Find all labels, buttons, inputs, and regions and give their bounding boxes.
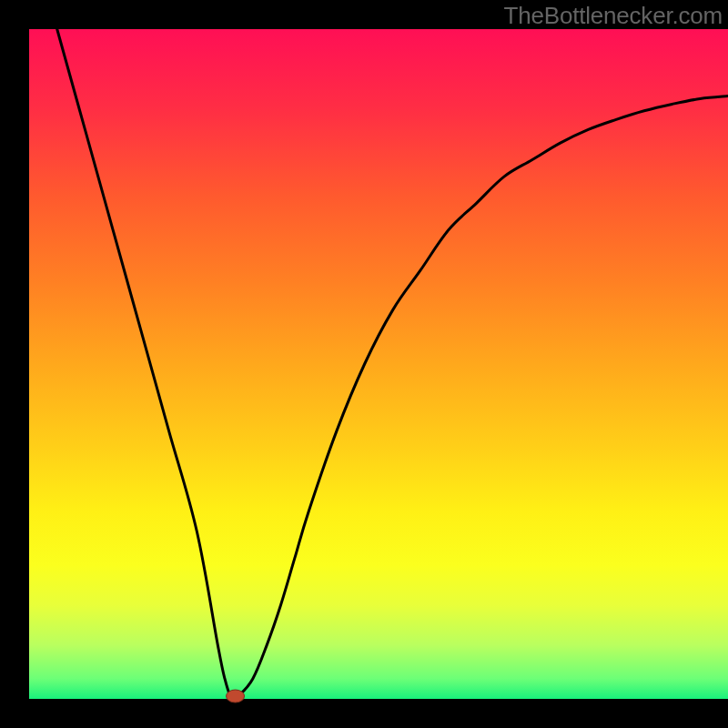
chart-canvas [0,0,728,728]
minimum-marker [227,690,245,703]
gradient-background [29,29,728,699]
watermark-label: TheBottlenecker.com [504,2,723,30]
chart-frame: TheBottlenecker.com [0,0,728,728]
